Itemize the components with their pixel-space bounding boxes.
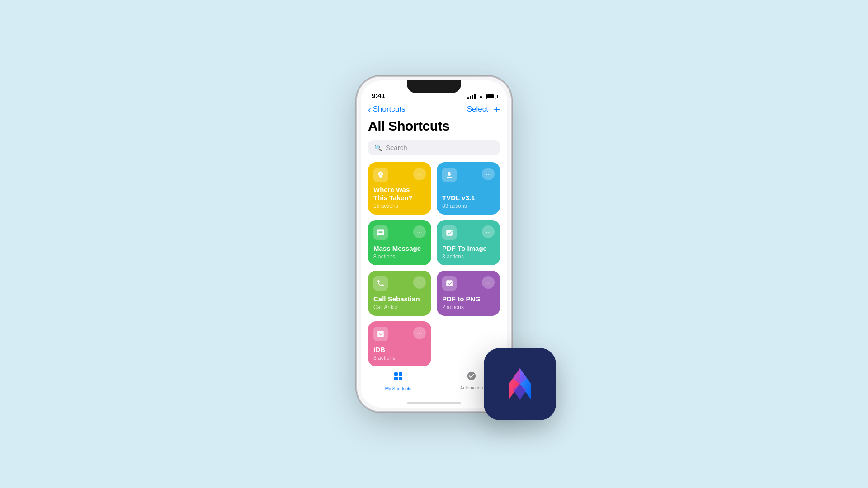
card-bottom: TVDL v3.1 83 actions [442,194,495,209]
battery-icon [486,94,496,99]
svg-rect-1 [399,372,402,376]
card-name: iDB [373,346,426,354]
card-name: Call Sebastian [373,295,426,303]
card-top: ··· [373,327,426,341]
shortcut-card-mass-message[interactable]: ··· Mass Message 8 actions [368,220,431,265]
card-bottom: PDF to PNG 2 actions [442,295,495,310]
wifi-icon: ▲ [478,93,484,99]
card-more-button[interactable]: ··· [413,276,426,289]
shortcut-card-tvdl[interactable]: ··· TVDL v3.1 83 actions [437,162,500,215]
card-icon [442,276,457,291]
card-icon [373,327,388,341]
shortcut-card-pdf-to-image[interactable]: ··· PDF To Image 3 actions [437,220,500,265]
card-bottom: Call Sebastian Call Ankur [373,295,426,310]
card-more-button[interactable]: ··· [413,327,426,339]
card-actions: 3 actions [442,253,495,260]
shortcuts-grid: ··· Where WasThis Taken? 15 actions [368,162,500,366]
back-chevron-icon: ‹ [368,105,371,114]
card-more-button[interactable]: ··· [482,276,495,289]
phone-notch [407,80,461,93]
card-name: PDF To Image [442,244,495,253]
home-bar [407,402,461,404]
scene: 9:41 ▲ ‹ Shortcuts Sele [357,77,511,411]
page-title: All Shortcuts [368,118,500,134]
shortcut-card-pdf-to-png[interactable]: ··· PDF to PNG 2 actions [437,271,500,316]
card-actions: 3 actions [373,355,426,361]
shortcut-card-call-sebastian[interactable]: ··· Call Sebastian Call Ankur [368,271,431,316]
back-label: Shortcuts [373,105,406,114]
card-actions: 2 actions [442,304,495,310]
card-top: ··· [442,168,495,182]
card-bottom: Where WasThis Taken? 15 actions [373,186,426,209]
card-actions: 83 actions [442,203,495,209]
add-button[interactable]: + [494,104,500,115]
nav-bar: ‹ Shortcuts Select + [361,102,507,118]
card-top: ··· [373,168,426,182]
card-actions: 8 actions [373,253,426,260]
nav-actions: Select + [467,104,500,115]
tab-automation-label: Automation [460,385,483,390]
my-shortcuts-icon [393,371,404,385]
card-actions: 15 actions [373,203,426,209]
tab-my-shortcuts-label: My Shortcuts [385,386,411,391]
back-button[interactable]: ‹ Shortcuts [368,105,405,114]
card-top: ··· [442,225,495,240]
card-bottom: PDF To Image 3 actions [442,244,495,260]
card-more-button[interactable]: ··· [482,225,495,238]
card-top: ··· [442,276,495,291]
svg-rect-0 [394,372,398,376]
card-bottom: Mass Message 8 actions [373,244,426,260]
card-icon [373,225,388,240]
shortcut-card-where-was-this-taken[interactable]: ··· Where WasThis Taken? 15 actions [368,162,431,215]
status-icons: ▲ [467,93,496,99]
content-area: All Shortcuts 🔍 Search [361,118,507,366]
card-icon [442,225,457,240]
status-time: 9:41 [372,92,385,99]
card-bottom: iDB 3 actions [373,346,426,361]
card-name: Mass Message [373,244,426,253]
select-button[interactable]: Select [467,105,488,114]
card-top: ··· [373,225,426,240]
card-icon [373,276,388,291]
automation-icon [467,371,476,384]
card-more-button[interactable]: ··· [482,168,495,180]
shortcuts-app-icon [484,348,556,420]
card-icon [442,168,457,182]
card-name: TVDL v3.1 [442,194,495,202]
search-placeholder: Search [386,144,407,151]
card-actions: Call Ankur [373,304,426,310]
tab-automation[interactable]: Automation [460,371,483,390]
tab-my-shortcuts[interactable]: My Shortcuts [385,371,411,391]
card-more-button[interactable]: ··· [413,225,426,238]
search-icon: 🔍 [374,144,382,151]
shortcut-card-idb[interactable]: ··· iDB 3 actions [368,321,431,366]
svg-rect-2 [394,377,398,380]
card-icon [373,168,388,182]
signal-icon [467,94,476,99]
card-more-button[interactable]: ··· [413,168,426,180]
card-name: PDF to PNG [442,295,495,303]
card-name: Where WasThis Taken? [373,186,426,202]
svg-rect-3 [399,377,402,380]
card-top: ··· [373,276,426,291]
search-bar[interactable]: 🔍 Search [368,140,500,155]
